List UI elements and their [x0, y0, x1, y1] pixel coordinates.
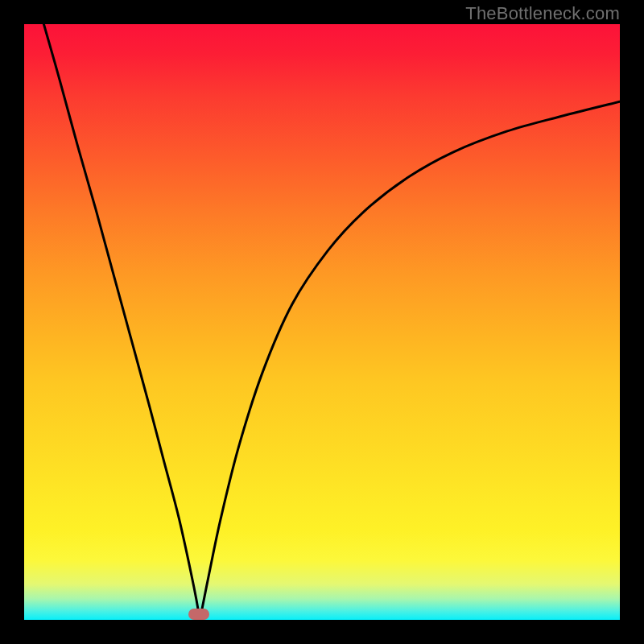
curve-layer [24, 24, 620, 620]
curve-right-branch [200, 101, 620, 620]
minimum-marker [188, 609, 209, 620]
source-label: TheBottleneck.com [465, 3, 620, 24]
curve-left-branch [43, 24, 200, 620]
plot-area [24, 24, 620, 620]
